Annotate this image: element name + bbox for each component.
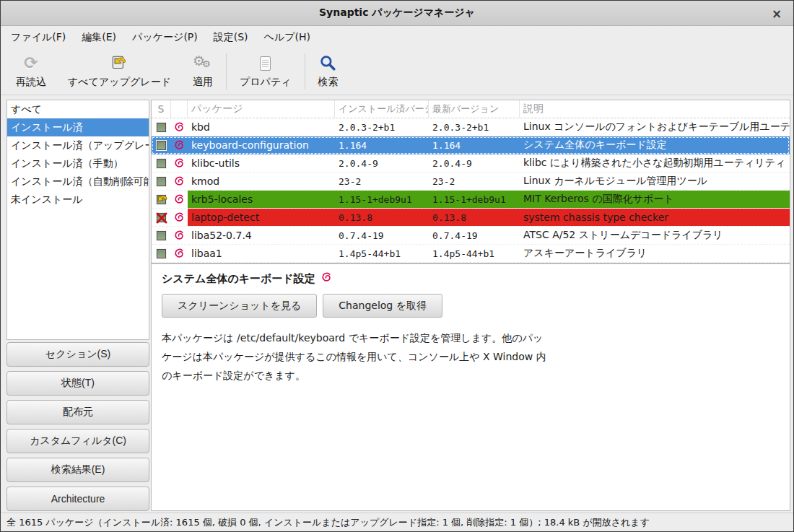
properties-button[interactable]: プロパティ xyxy=(229,51,302,92)
status-remove-icon xyxy=(157,213,166,222)
properties-icon xyxy=(260,54,271,73)
sidebar-filter-item[interactable]: インストール済（アップグレード可） xyxy=(7,136,149,154)
table-row[interactable]: kmod23-223-2Linux カーネルモジュール管理用ツール xyxy=(152,173,790,191)
origin-view-button[interactable]: 配布元 xyxy=(6,400,149,424)
column-header-sw[interactable] xyxy=(171,100,188,118)
details-buttons: スクリーンショットを見るChangelog を取得 xyxy=(162,294,780,318)
latest-version: 0.7.4-19 xyxy=(429,227,520,244)
toolbar: ⟳再読込すべてアップグレード⚙⚙適用プロパティ検索 xyxy=(1,48,793,95)
details-title: システム全体のキーボード設定 xyxy=(162,272,315,286)
sidebar-filter-item[interactable]: インストール済（手動） xyxy=(7,154,149,173)
status-bar: 全 1615 パッケージ（インストール済: 1615 個, 破損 0 個, イン… xyxy=(1,513,793,531)
package-name: keyboard-configuration xyxy=(188,136,335,154)
column-header-lat[interactable]: 最新バージョン xyxy=(429,100,520,118)
close-icon[interactable]: × xyxy=(769,6,785,22)
package-status-cell xyxy=(152,245,171,262)
debian-swirl-icon xyxy=(171,154,188,172)
status-installed-icon xyxy=(157,141,166,150)
column-header-desc[interactable]: 説明 xyxy=(520,100,790,118)
search-label: 検索 xyxy=(318,76,339,89)
package-status-cell xyxy=(152,154,171,172)
menu-package[interactable]: パッケージ(P) xyxy=(124,28,206,47)
custom-filters-view-button[interactable]: カスタムフィルタ(C) xyxy=(6,429,149,453)
package-table: Sパッケージインストール済バージョン最新バージョン説明kbd2.0.3-2+b1… xyxy=(151,100,790,263)
table-row[interactable]: krb5-locales1.15-1+deb9u11.15-1+deb9u1MI… xyxy=(152,191,790,209)
search-results-view-button[interactable]: 検索結果(E) xyxy=(6,458,149,482)
package-summary: Linux カーネルモジュール管理用ツール xyxy=(520,173,790,190)
debian-swirl-icon xyxy=(171,191,188,208)
package-status-cell xyxy=(152,191,171,208)
status-installed-icon xyxy=(157,249,166,258)
status-upgrade-icon xyxy=(157,195,166,204)
package-summary: MIT Kerberos の国際化サポート xyxy=(520,191,790,208)
title-bar[interactable]: Synaptic パッケージマネージャ × xyxy=(1,1,793,26)
changelog-button[interactable]: Changelog を取得 xyxy=(323,294,442,318)
status-view-button[interactable]: 状態(T) xyxy=(6,371,149,396)
search-button[interactable]: 検索 xyxy=(307,51,349,92)
status-text: 全 1615 パッケージ（インストール済: 1615 個, 破損 0 個, イン… xyxy=(6,516,650,529)
installed-version: 0.13.8 xyxy=(335,209,429,226)
latest-version: 1.164 xyxy=(429,136,520,154)
sidebar-filter-item[interactable]: 未インストール xyxy=(7,191,149,209)
package-summary: アスキーアートライブラリ xyxy=(520,245,790,262)
package-description: 本パッケージは /etc/default/keyboard でキーボード設定を管… xyxy=(162,328,780,385)
menu-help[interactable]: ヘルプ(H) xyxy=(256,28,318,47)
debian-swirl-icon xyxy=(171,209,188,226)
synaptic-window: Synaptic パッケージマネージャ × ファイル(F)編集(E)パッケージ(… xyxy=(0,0,794,532)
debian-swirl-icon xyxy=(321,272,332,286)
table-row[interactable]: kbd2.0.3-2+b12.0.3-2+b1Linux コンソールのフォントお… xyxy=(152,118,790,136)
column-header-inst[interactable]: インストール済バージョン xyxy=(335,100,429,118)
latest-version: 2.0.3-2+b1 xyxy=(429,118,520,136)
latest-version: 1.4p5-44+b1 xyxy=(429,245,520,262)
details-pane: システム全体のキーボード設定 スクリーンショットを見るChangelog を取得… xyxy=(151,263,790,511)
details-title-row: システム全体のキーボード設定 xyxy=(162,272,780,286)
table-row[interactable]: keyboard-configuration1.1641.164システム全体のキ… xyxy=(152,136,790,154)
upgrade-all-label: すべてアップグレード xyxy=(68,76,171,89)
debian-swirl-icon xyxy=(171,118,188,136)
upgrade-all-icon xyxy=(110,54,128,73)
installed-version: 2.0.4-9 xyxy=(335,154,429,172)
apply-label: 適用 xyxy=(193,76,213,89)
screenshot-button[interactable]: スクリーンショットを見る xyxy=(162,294,317,318)
sections-view-button[interactable]: セクション(S) xyxy=(6,342,149,367)
installed-version: 1.4p5-44+b1 xyxy=(335,245,429,262)
table-row[interactable]: liba52-0.7.40.7.4-190.7.4-19ATSC A/52 スト… xyxy=(152,227,790,245)
installed-version: 23-2 xyxy=(335,173,429,190)
package-status-cell xyxy=(152,227,171,244)
apply-button[interactable]: ⚙⚙適用 xyxy=(182,51,224,92)
package-summary: システム全体のキーボード設定 xyxy=(520,136,790,154)
installed-version: 0.7.4-19 xyxy=(335,227,429,244)
menu-edit[interactable]: 編集(E) xyxy=(74,28,124,47)
debian-swirl-icon xyxy=(171,227,188,244)
apply-gears-icon: ⚙⚙ xyxy=(193,54,213,73)
column-header-name[interactable]: パッケージ xyxy=(188,100,335,118)
package-status-cell xyxy=(152,209,171,226)
status-installed-icon xyxy=(157,123,166,132)
window-title: Synaptic パッケージマネージャ xyxy=(319,6,475,19)
table-row[interactable]: libaa11.4p5-44+b11.4p5-44+b1アスキーアートライブラリ xyxy=(152,245,790,263)
package-name: laptop-detect xyxy=(188,209,335,226)
status-installed-icon xyxy=(157,177,166,186)
reload-icon: ⟳ xyxy=(24,54,38,73)
upgrade-all-button[interactable]: すべてアップグレード xyxy=(57,51,182,92)
package-summary: Linux コンソールのフォントおよびキーテーブル用ユーティリティ xyxy=(520,118,790,136)
installed-version: 2.0.3-2+b1 xyxy=(335,118,429,136)
package-status-cell xyxy=(152,136,171,154)
package-name: liba52-0.7.4 xyxy=(188,227,335,244)
sidebar-filter-item[interactable]: インストール済（自動削除可能） xyxy=(7,173,149,191)
table-row[interactable]: laptop-detect0.13.80.13.8system chassis … xyxy=(152,209,790,227)
menu-file[interactable]: ファイル(F) xyxy=(3,28,74,47)
properties-label: プロパティ xyxy=(240,76,292,89)
latest-version: 0.13.8 xyxy=(429,209,520,226)
reload-button[interactable]: ⟳再読込 xyxy=(5,51,57,92)
column-header-s[interactable]: S xyxy=(152,100,171,118)
package-status-cell xyxy=(152,118,171,136)
installed-version: 1.164 xyxy=(335,136,429,154)
table-header-row: Sパッケージインストール済バージョン最新バージョン説明 xyxy=(152,100,790,118)
sidebar-filter-item[interactable]: インストール済 xyxy=(7,118,149,136)
menu-settings[interactable]: 設定(S) xyxy=(206,28,256,47)
architecture-view-button[interactable]: Architecture xyxy=(6,487,149,511)
sidebar-filter-item[interactable]: すべて xyxy=(7,100,149,118)
table-row[interactable]: klibc-utils2.0.4-92.0.4-9klibc により構築された小… xyxy=(152,154,790,173)
package-summary: ATSC A/52 ストリームデコードライブラリ xyxy=(520,227,790,244)
